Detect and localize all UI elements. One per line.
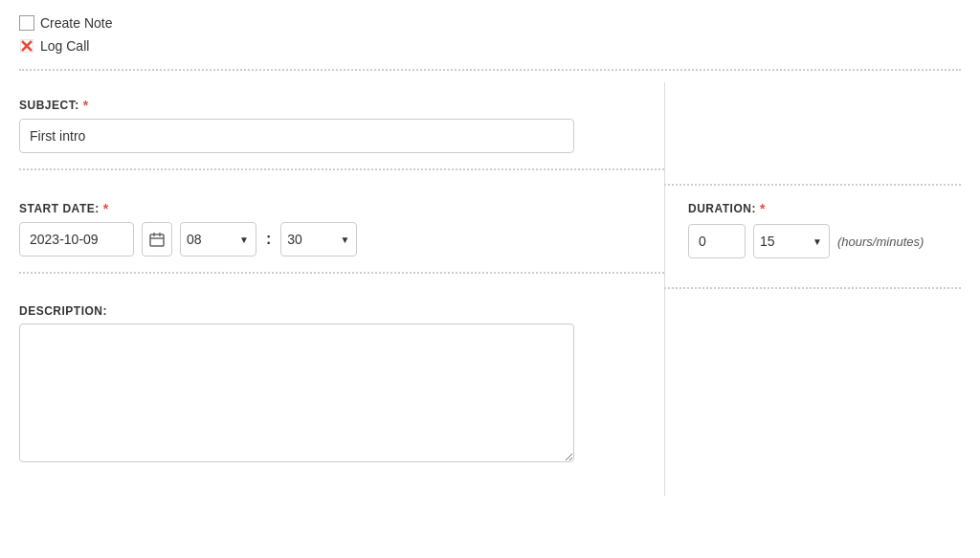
time-colon: : [266, 231, 271, 248]
duration-row: 00 15 30 45 (hours/minutes) [688, 224, 961, 258]
subject-required: * [83, 98, 89, 113]
create-note-label: Create Note [40, 15, 112, 31]
log-call-label: Log Call [40, 38, 89, 54]
duration-right: DURATION: * 00 15 30 45 (hours/minutes) [664, 186, 961, 289]
duration-label: DURATION: * [688, 201, 961, 216]
x-checked-icon [19, 38, 34, 54]
minute-select[interactable]: 00 15 30 45 [280, 222, 357, 257]
minute-select-wrapper: 00 15 30 45 [280, 222, 357, 257]
start-date-required: * [103, 201, 109, 216]
start-date-label: START DATE: * [19, 201, 664, 216]
hour-select[interactable]: 08 09 10 11 12 01 02 03 [180, 222, 256, 257]
subject-right-empty [664, 82, 961, 186]
top-divider [19, 69, 961, 71]
calendar-icon [149, 232, 165, 247]
svg-rect-3 [150, 234, 164, 246]
hours-minutes-label: (hours/minutes) [837, 234, 924, 249]
create-note-checkbox[interactable] [19, 15, 34, 31]
description-right-empty [664, 289, 961, 496]
date-input[interactable] [19, 222, 134, 257]
start-date-left: START DATE: * 0 [19, 186, 664, 289]
description-label: DESCRIPTION: [19, 304, 664, 318]
create-note-action[interactable]: Create Note [19, 15, 961, 31]
subject-label: SUBJECT: * [19, 98, 664, 113]
hour-select-wrapper: 08 09 10 11 12 01 02 03 [180, 222, 256, 257]
datetime-duration-row: START DATE: * 0 [19, 186, 961, 289]
description-field-group: DESCRIPTION: [19, 289, 664, 480]
start-date-field-group: START DATE: * 0 [19, 186, 664, 274]
description-textarea[interactable] [19, 324, 574, 462]
description-row: DESCRIPTION: [19, 289, 961, 496]
log-call-action[interactable]: Log Call [19, 38, 961, 54]
page-container: Create Note Log Call SUBJECT: * [0, 0, 980, 558]
duration-required: * [760, 201, 766, 216]
start-date-row: 08 09 10 11 12 01 02 03 : 00 [19, 222, 664, 257]
subject-input[interactable] [19, 119, 574, 153]
subject-row: SUBJECT: * [19, 82, 961, 186]
duration-minutes-select[interactable]: 00 15 30 45 [753, 224, 830, 258]
description-left: DESCRIPTION: [19, 289, 664, 496]
subject-field-group: SUBJECT: * [19, 82, 664, 170]
calendar-button[interactable] [142, 222, 172, 257]
subject-left: SUBJECT: * [19, 82, 664, 186]
duration-minutes-wrapper: 00 15 30 45 [753, 224, 830, 258]
duration-hours-input[interactable] [688, 224, 746, 258]
top-actions: Create Note Log Call [19, 15, 961, 54]
